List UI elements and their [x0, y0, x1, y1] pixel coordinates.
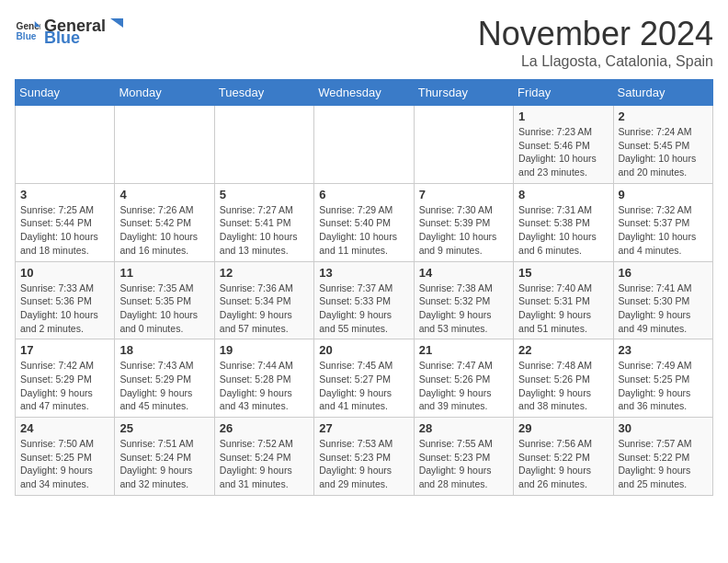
calendar-cell: 5Sunrise: 7:27 AM Sunset: 5:41 PM Daylig…: [214, 183, 313, 261]
day-number: 25: [119, 421, 209, 435]
calendar-cell: 15Sunrise: 7:40 AM Sunset: 5:31 PM Dayli…: [514, 261, 613, 339]
day-info: Sunrise: 7:52 AM Sunset: 5:24 PM Dayligh…: [220, 437, 309, 491]
calendar-table: SundayMondayTuesdayWednesdayThursdayFrid…: [15, 79, 713, 496]
calendar-cell: 17Sunrise: 7:42 AM Sunset: 5:29 PM Dayli…: [16, 339, 115, 418]
week-row-5: 24Sunrise: 7:50 AM Sunset: 5:25 PM Dayli…: [16, 418, 713, 496]
day-info: Sunrise: 7:23 AM Sunset: 5:46 PM Dayligh…: [518, 125, 608, 179]
week-row-1: 1Sunrise: 7:23 AM Sunset: 5:46 PM Daylig…: [16, 106, 713, 184]
calendar-cell: [16, 106, 115, 184]
day-info: Sunrise: 7:53 AM Sunset: 5:23 PM Dayligh…: [319, 437, 408, 491]
calendar-cell: 19Sunrise: 7:44 AM Sunset: 5:28 PM Dayli…: [214, 339, 313, 418]
calendar-cell: 30Sunrise: 7:57 AM Sunset: 5:22 PM Dayli…: [613, 418, 712, 496]
week-row-4: 17Sunrise: 7:42 AM Sunset: 5:29 PM Dayli…: [16, 339, 713, 418]
day-number: 14: [419, 266, 508, 280]
calendar-cell: 26Sunrise: 7:52 AM Sunset: 5:24 PM Dayli…: [214, 418, 313, 496]
calendar-cell: 3Sunrise: 7:25 AM Sunset: 5:44 PM Daylig…: [16, 183, 115, 261]
header-row: SundayMondayTuesdayWednesdayThursdayFrid…: [16, 80, 713, 106]
day-number: 19: [220, 343, 309, 357]
day-number: 13: [319, 266, 408, 280]
day-info: Sunrise: 7:27 AM Sunset: 5:41 PM Dayligh…: [220, 203, 309, 258]
day-number: 24: [20, 421, 109, 435]
calendar-cell: 20Sunrise: 7:45 AM Sunset: 5:27 PM Dayli…: [314, 339, 414, 418]
header-wednesday: Wednesday: [314, 80, 414, 106]
day-number: 29: [518, 421, 608, 435]
header-tuesday: Tuesday: [214, 80, 313, 106]
calendar-cell: 7Sunrise: 7:30 AM Sunset: 5:39 PM Daylig…: [414, 183, 513, 261]
calendar-header: SundayMondayTuesdayWednesdayThursdayFrid…: [16, 80, 713, 106]
day-info: Sunrise: 7:26 AM Sunset: 5:42 PM Dayligh…: [119, 203, 209, 258]
header-sunday: Sunday: [16, 80, 115, 106]
day-info: Sunrise: 7:44 AM Sunset: 5:28 PM Dayligh…: [220, 359, 309, 413]
day-number: 6: [319, 188, 408, 201]
day-info: Sunrise: 7:31 AM Sunset: 5:38 PM Dayligh…: [518, 203, 608, 258]
calendar-body: 1Sunrise: 7:23 AM Sunset: 5:46 PM Daylig…: [16, 106, 713, 496]
calendar-cell: 27Sunrise: 7:53 AM Sunset: 5:23 PM Dayli…: [314, 418, 414, 496]
day-number: 23: [619, 343, 708, 357]
day-info: Sunrise: 7:32 AM Sunset: 5:37 PM Dayligh…: [619, 203, 708, 258]
day-number: 4: [119, 188, 209, 201]
day-number: 9: [619, 188, 708, 201]
calendar-cell: 1Sunrise: 7:23 AM Sunset: 5:46 PM Daylig…: [514, 106, 613, 184]
calendar-cell: 23Sunrise: 7:49 AM Sunset: 5:25 PM Dayli…: [613, 339, 712, 418]
day-number: 17: [20, 343, 109, 357]
day-number: 10: [20, 266, 109, 280]
calendar-cell: 18Sunrise: 7:43 AM Sunset: 5:29 PM Dayli…: [115, 339, 214, 418]
logo: General Blue General Blue: [15, 15, 124, 48]
month-title: November 2024: [478, 15, 713, 53]
title-block: November 2024 La Llagosta, Catalonia, Sp…: [478, 15, 713, 70]
day-number: 3: [20, 188, 109, 201]
calendar-cell: 21Sunrise: 7:47 AM Sunset: 5:26 PM Dayli…: [414, 339, 513, 418]
day-number: 12: [220, 266, 309, 280]
day-info: Sunrise: 7:33 AM Sunset: 5:36 PM Dayligh…: [20, 282, 109, 336]
header-monday: Monday: [115, 80, 214, 106]
day-number: 28: [419, 421, 508, 435]
day-info: Sunrise: 7:35 AM Sunset: 5:35 PM Dayligh…: [119, 282, 209, 336]
calendar-cell: 24Sunrise: 7:50 AM Sunset: 5:25 PM Dayli…: [16, 418, 115, 496]
day-info: Sunrise: 7:43 AM Sunset: 5:29 PM Dayligh…: [119, 359, 209, 413]
calendar-cell: 9Sunrise: 7:32 AM Sunset: 5:37 PM Daylig…: [613, 183, 712, 261]
day-number: 5: [220, 188, 309, 201]
day-number: 26: [220, 421, 309, 435]
day-number: 22: [518, 343, 608, 357]
calendar-cell: 8Sunrise: 7:31 AM Sunset: 5:38 PM Daylig…: [514, 183, 613, 261]
day-info: Sunrise: 7:45 AM Sunset: 5:27 PM Dayligh…: [319, 359, 408, 413]
day-info: Sunrise: 7:38 AM Sunset: 5:32 PM Dayligh…: [419, 282, 508, 336]
day-info: Sunrise: 7:49 AM Sunset: 5:25 PM Dayligh…: [619, 359, 708, 413]
day-number: 16: [619, 266, 708, 280]
calendar-cell: [414, 106, 513, 184]
header-thursday: Thursday: [414, 80, 513, 106]
day-number: 2: [619, 109, 708, 123]
day-info: Sunrise: 7:48 AM Sunset: 5:26 PM Dayligh…: [518, 359, 608, 413]
calendar-cell: 13Sunrise: 7:37 AM Sunset: 5:33 PM Dayli…: [314, 261, 414, 339]
day-number: 1: [518, 109, 608, 123]
calendar-cell: 11Sunrise: 7:35 AM Sunset: 5:35 PM Dayli…: [115, 261, 214, 339]
svg-marker-3: [110, 18, 123, 28]
day-info: Sunrise: 7:42 AM Sunset: 5:29 PM Dayligh…: [20, 359, 109, 413]
header-friday: Friday: [514, 80, 613, 106]
calendar-cell: 10Sunrise: 7:33 AM Sunset: 5:36 PM Dayli…: [16, 261, 115, 339]
day-info: Sunrise: 7:24 AM Sunset: 5:45 PM Dayligh…: [619, 125, 708, 179]
day-info: Sunrise: 7:30 AM Sunset: 5:39 PM Dayligh…: [419, 203, 508, 258]
calendar-cell: 25Sunrise: 7:51 AM Sunset: 5:24 PM Dayli…: [115, 418, 214, 496]
calendar-cell: 14Sunrise: 7:38 AM Sunset: 5:32 PM Dayli…: [414, 261, 513, 339]
header-saturday: Saturday: [613, 80, 712, 106]
day-number: 8: [518, 188, 608, 201]
day-info: Sunrise: 7:55 AM Sunset: 5:23 PM Dayligh…: [419, 437, 508, 491]
day-info: Sunrise: 7:56 AM Sunset: 5:22 PM Dayligh…: [518, 437, 608, 491]
calendar-cell: 12Sunrise: 7:36 AM Sunset: 5:34 PM Dayli…: [214, 261, 313, 339]
logo-icon: General Blue: [15, 18, 40, 44]
calendar-cell: 28Sunrise: 7:55 AM Sunset: 5:23 PM Dayli…: [414, 418, 513, 496]
day-number: 30: [619, 421, 708, 435]
week-row-3: 10Sunrise: 7:33 AM Sunset: 5:36 PM Dayli…: [16, 261, 713, 339]
calendar-cell: [115, 106, 214, 184]
day-info: Sunrise: 7:41 AM Sunset: 5:30 PM Dayligh…: [619, 282, 708, 336]
calendar-cell: [214, 106, 313, 184]
location-title: La Llagosta, Catalonia, Spain: [478, 53, 713, 70]
day-info: Sunrise: 7:57 AM Sunset: 5:22 PM Dayligh…: [619, 437, 708, 491]
svg-text:Blue: Blue: [17, 31, 37, 41]
week-row-2: 3Sunrise: 7:25 AM Sunset: 5:44 PM Daylig…: [16, 183, 713, 261]
day-info: Sunrise: 7:47 AM Sunset: 5:26 PM Dayligh…: [419, 359, 508, 413]
day-info: Sunrise: 7:29 AM Sunset: 5:40 PM Dayligh…: [319, 203, 408, 258]
page-header: General Blue General Blue November 2024 …: [15, 15, 713, 70]
day-info: Sunrise: 7:37 AM Sunset: 5:33 PM Dayligh…: [319, 282, 408, 336]
